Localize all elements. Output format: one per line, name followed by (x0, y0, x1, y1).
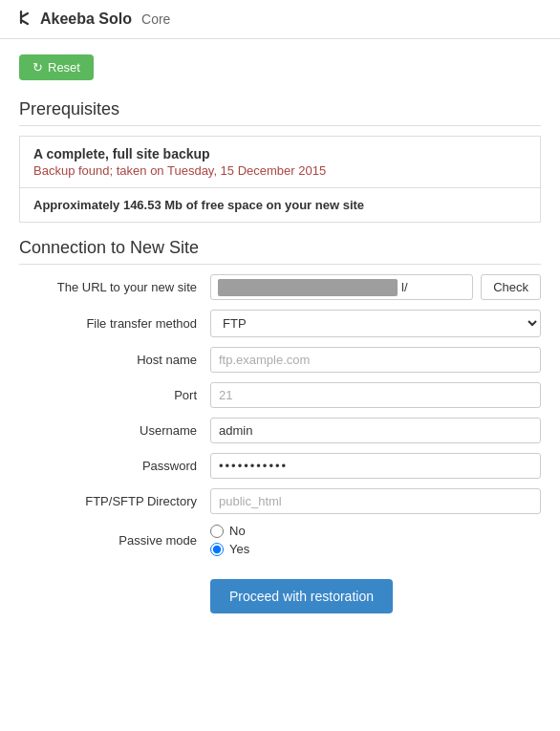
passive-mode-label: Passive mode (19, 533, 210, 548)
prerequisites-box: A complete, full site backup Backup foun… (19, 136, 541, 223)
prereq-space-info: Approximately 146.53 Mb of free space on… (33, 198, 527, 212)
transfer-method-control: FTP SFTP SCP Direct (210, 310, 541, 337)
url-row: The URL to your new site l/ Check (19, 274, 541, 300)
passive-mode-row: Passive mode No Yes (19, 524, 541, 556)
passive-mode-yes-label: Yes (229, 542, 249, 556)
port-input[interactable] (210, 382, 541, 408)
url-overlay: l/ (218, 274, 442, 300)
ftp-dir-control (210, 488, 541, 514)
main-content: ↻ Reset Prerequisites A complete, full s… (0, 39, 560, 629)
transfer-method-label: File transfer method (19, 316, 210, 331)
hostname-row: Host name (19, 347, 541, 373)
passive-mode-yes-option[interactable]: Yes (210, 542, 249, 556)
passive-mode-no-option[interactable]: No (210, 524, 249, 538)
proceed-button[interactable]: Proceed with restoration (210, 579, 393, 613)
username-row: Username (19, 418, 541, 443)
app-logo: Akeeba Solo Core (15, 10, 170, 29)
reset-button[interactable]: ↻ Reset (19, 54, 94, 80)
password-row: Password (19, 453, 541, 479)
prereq-item-backup: A complete, full site backup Backup foun… (20, 137, 540, 188)
connection-form: The URL to your new site l/ Check File t… (19, 274, 541, 556)
akeeba-logo-icon (15, 10, 34, 29)
url-grey-block (218, 279, 398, 296)
transfer-method-row: File transfer method FTP SFTP SCP Direct (19, 310, 541, 337)
username-control (210, 418, 541, 443)
app-subtitle: Core (141, 11, 170, 27)
reset-label: Reset (48, 60, 80, 75)
passive-mode-yes-radio[interactable] (210, 543, 224, 556)
prerequisites-title: Prerequisites (19, 99, 541, 126)
url-suffix: l/ (401, 280, 408, 294)
hostname-control (210, 347, 541, 373)
passive-mode-radio-group: No Yes (210, 524, 249, 556)
app-header: Akeeba Solo Core (0, 0, 560, 39)
passive-mode-no-radio[interactable] (210, 525, 224, 538)
username-input[interactable] (210, 418, 541, 443)
port-control (210, 382, 541, 408)
password-input[interactable] (210, 453, 541, 479)
port-label: Port (19, 388, 210, 402)
ftp-dir-input[interactable] (210, 488, 541, 514)
url-control-wrap: l/ Check (210, 274, 541, 300)
passive-mode-control: No Yes (210, 524, 541, 556)
password-control (210, 453, 541, 479)
connection-title: Connection to New Site (19, 238, 541, 265)
connection-section: Connection to New Site The URL to your n… (19, 238, 541, 613)
prereq-backup-title: A complete, full site backup (33, 146, 527, 161)
hostname-label: Host name (19, 353, 210, 367)
url-input-wrap: l/ (210, 274, 473, 300)
reset-icon: ↻ (32, 60, 43, 75)
transfer-method-select[interactable]: FTP SFTP SCP Direct (210, 310, 541, 337)
prereq-backup-subtitle: Backup found; taken on Tuesday, 15 Decem… (33, 163, 527, 178)
ftp-dir-label: FTP/SFTP Directory (19, 494, 210, 508)
hostname-input[interactable] (210, 347, 541, 373)
check-button[interactable]: Check (481, 274, 541, 300)
username-label: Username (19, 423, 210, 438)
prereq-item-space: Approximately 146.53 Mb of free space on… (20, 188, 540, 222)
port-row: Port (19, 382, 541, 408)
ftp-dir-row: FTP/SFTP Directory (19, 488, 541, 514)
app-title: Akeeba Solo (40, 11, 132, 28)
password-label: Password (19, 459, 210, 473)
passive-mode-no-label: No (229, 524, 246, 538)
url-label: The URL to your new site (19, 280, 210, 294)
